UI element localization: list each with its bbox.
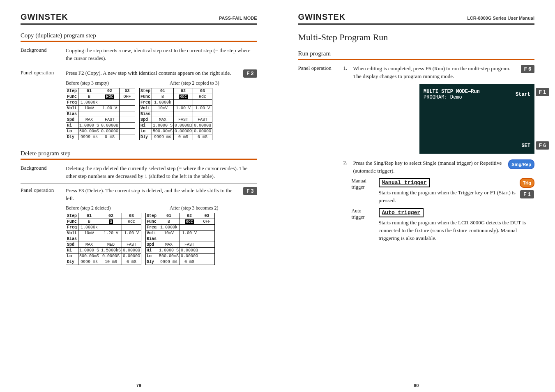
delete-before-table: Step010203 FuncBGRdc Freq1.0000k Volt10m… — [66, 213, 141, 265]
copy-background-text: Copying the step inserts a new, identica… — [66, 47, 257, 62]
divider — [21, 183, 257, 184]
f3-key-icon: F 3 — [243, 187, 257, 195]
trig-key-icon: Trig — [520, 178, 534, 188]
copy-operation-row: Panel operation Press F2 (Copy). A new s… — [21, 69, 257, 144]
copy-operation-text: Press F2 (Copy). A new step with identic… — [66, 69, 239, 77]
row-label: Panel operation — [21, 69, 66, 144]
f6-key-icon: F 6 — [521, 65, 534, 73]
row-label: Background — [21, 47, 66, 62]
auto-trigger-title: Auto trigger — [379, 208, 424, 217]
header-left: GWINSTEK PASS-FAIL MODE — [21, 12, 257, 25]
delete-after-table: Step010203 FuncBRdcOFF Freq1.0000k Volt1… — [145, 213, 215, 265]
header-title: PASS-FAIL MODE — [219, 16, 257, 21]
page-number: 79 — [0, 383, 278, 388]
after-caption: After (step 3 becomes 2) — [170, 205, 257, 211]
divider — [21, 41, 257, 42]
header-right: GWINSTEK LCR-8000G Series User Manual — [298, 12, 535, 25]
row-label: Panel operation — [298, 65, 343, 81]
f1-key-icon: F 1 — [536, 88, 549, 96]
copy-before-table: Step010203 FuncBRdcOFF Freq1.0000k Volt1… — [66, 88, 135, 140]
copy-after-table: Step010203 FuncBRdcRdc Freq1.0000k Volt1… — [139, 88, 212, 140]
manual-trigger-text: Starts running the program when the Trig… — [379, 189, 516, 205]
step1-text: When editing is completed, press F6 (Run… — [353, 65, 517, 81]
copy-background-row: Background Copying the step inserts a ne… — [21, 47, 257, 62]
auto-trigger-text: Starts running the program when the LCR-… — [379, 219, 535, 242]
copy-section-title: Copy (duplicate) program step — [21, 32, 257, 39]
step-number: 1. — [343, 65, 349, 71]
divider — [298, 59, 535, 60]
step-number: 2. — [343, 159, 349, 166]
lcd-set-label: SET — [521, 143, 530, 149]
manual-trigger-title: Manual trigger — [379, 178, 430, 187]
divider — [21, 66, 257, 66]
page-title: Multi-Step Program Run — [298, 32, 535, 43]
before-caption: Before (step 3 empty) — [66, 80, 153, 86]
lcd-screen: MULTI STEP MODE—Run PROGRAM: Demo Start … — [419, 84, 534, 154]
after-caption: After (step 2 copied to 3) — [170, 80, 257, 86]
lcd-title: MULTI STEP MODE—Run — [424, 89, 480, 95]
page-right: GWINSTEK LCR-8000G Series User Manual Mu… — [278, 0, 555, 392]
auto-trigger-row: Auto trigger Auto trigger Starts running… — [352, 208, 535, 242]
manual-trigger-label: Manual trigger — [352, 178, 375, 205]
lcd-start-label: Start — [516, 92, 530, 97]
f2-key-icon: F 2 — [243, 69, 257, 78]
table-captions: Before (step 3 empty) After (step 2 copi… — [66, 80, 257, 86]
step2-text: Press the Sing/Rep key to select Single … — [353, 159, 504, 175]
lcd-program: PROGRAM: Demo — [424, 95, 480, 100]
brand-logo: GWINSTEK — [298, 12, 346, 22]
run-step2-row: 2. Press the Sing/Rep key to select Sing… — [298, 159, 535, 246]
table-captions: Before (step 2 deleted) After (step 3 be… — [66, 205, 257, 211]
delete-operation-text: Press F3 (Delete). The current step is d… — [66, 187, 239, 203]
delete-background-row: Background Deleting the step deleted the… — [21, 165, 257, 180]
manual-trigger-row: Manual trigger Manual trigger Starts run… — [352, 178, 535, 205]
delete-section-title: Delete program step — [21, 150, 257, 157]
run-section-title: Run program — [298, 50, 535, 57]
delete-background-text: Deleting the step deleted the currently … — [66, 165, 257, 180]
auto-trigger-label: Auto trigger — [352, 208, 375, 242]
sing-rep-key-icon: Sing/Rep — [508, 159, 534, 169]
brand-logo: GWINSTEK — [21, 12, 68, 22]
row-label: Background — [21, 165, 66, 180]
row-label: Panel operation — [21, 187, 66, 269]
f1-key-icon: F 1 — [520, 190, 534, 198]
f6-key-icon: F 6 — [536, 141, 549, 150]
header-title: LCR-8000G Series User Manual — [467, 16, 534, 21]
page-left: GWINSTEK PASS-FAIL MODE Copy (duplicate)… — [0, 0, 278, 392]
run-step1-row: Panel operation 1. When editing is compl… — [298, 65, 535, 81]
before-caption: Before (step 2 deleted) — [66, 205, 153, 211]
delete-operation-row: Panel operation Press F3 (Delete). The c… — [21, 187, 257, 269]
page-number: 80 — [278, 383, 555, 388]
divider — [21, 159, 257, 160]
